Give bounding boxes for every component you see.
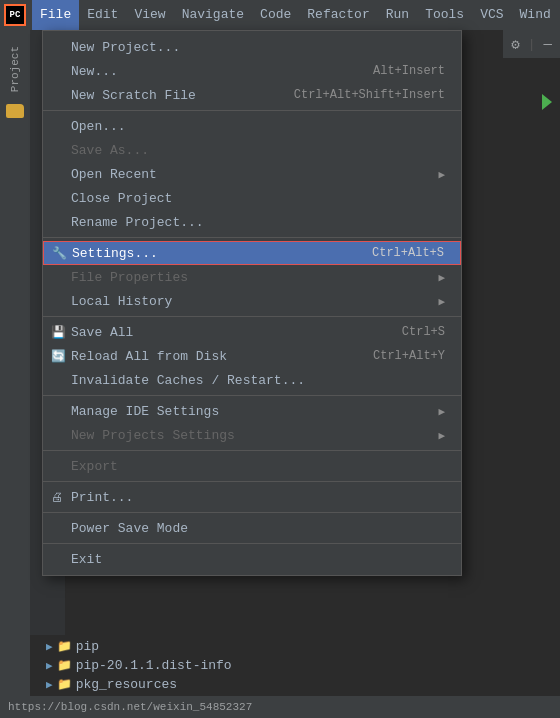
settings-shortcut: Ctrl+Alt+S [372, 246, 444, 260]
invalidate-caches-label: Invalidate Caches / Restart... [71, 373, 305, 388]
menu-item-new[interactable]: New... Alt+Insert [43, 59, 461, 83]
menu-window[interactable]: Wind [512, 0, 559, 30]
new-projects-settings-label: New Projects Settings [71, 428, 235, 443]
folder-pkg-icon: 📁 [57, 677, 72, 692]
local-history-label: Local History [71, 294, 172, 309]
power-save-label: Power Save Mode [71, 521, 188, 536]
file-properties-arrow: ▶ [438, 271, 445, 284]
menu-item-reload-disk[interactable]: 🔄 Reload All from Disk Ctrl+Alt+Y [43, 344, 461, 368]
separator-1 [43, 110, 461, 111]
settings-icon[interactable]: ⚙ [511, 36, 519, 53]
toolbar-separator: | [528, 37, 536, 52]
close-project-label: Close Project [71, 191, 172, 206]
export-label: Export [71, 459, 118, 474]
new-projects-settings-arrow: ▶ [438, 429, 445, 442]
menu-item-local-history[interactable]: Local History ▶ [43, 289, 461, 313]
separator-6 [43, 481, 461, 482]
menu-item-file-properties: File Properties ▶ [43, 265, 461, 289]
new-label: New... [71, 64, 118, 79]
menu-item-new-projects-settings: New Projects Settings ▶ [43, 423, 461, 447]
separator-3 [43, 316, 461, 317]
save-all-icon: 💾 [51, 325, 66, 340]
print-icon: 🖨 [51, 490, 63, 505]
folder-icon [6, 104, 24, 118]
menu-tools[interactable]: Tools [417, 0, 472, 30]
local-history-arrow: ▶ [438, 295, 445, 308]
save-all-shortcut: Ctrl+S [402, 325, 445, 339]
project-panel-tab[interactable]: Project [5, 38, 25, 100]
settings-label: Settings... [72, 246, 158, 261]
minimize-icon[interactable]: — [544, 36, 552, 52]
menu-navigate[interactable]: Navigate [174, 0, 252, 30]
new-scratch-label: New Scratch File [71, 88, 196, 103]
reload-disk-label: Reload All from Disk [71, 349, 227, 364]
file-dropdown-menu: New Project... New... Alt+Insert New Scr… [42, 30, 462, 576]
manage-ide-label: Manage IDE Settings [71, 404, 219, 419]
new-project-label: New Project... [71, 40, 180, 55]
expand-pkg-icon: ▶ [46, 678, 53, 691]
menu-item-exit[interactable]: Exit [43, 547, 461, 571]
expand-pip-icon: ▶ [46, 640, 53, 653]
menu-item-open-recent[interactable]: Open Recent ▶ [43, 162, 461, 186]
manage-ide-arrow: ▶ [438, 405, 445, 418]
settings-menu-icon: 🔧 [52, 246, 67, 261]
file-tree-pip-dist[interactable]: ▶ 📁 pip-20.1.1.dist-info [46, 656, 552, 675]
new-scratch-shortcut: Ctrl+Alt+Shift+Insert [294, 88, 445, 102]
menu-run[interactable]: Run [378, 0, 417, 30]
separator-2 [43, 237, 461, 238]
pip-dist-label: pip-20.1.1.dist-info [76, 658, 232, 673]
menu-vcs[interactable]: VCS [472, 0, 511, 30]
toolbar: ⚙ | — [503, 30, 560, 58]
separator-7 [43, 512, 461, 513]
menu-item-new-scratch[interactable]: New Scratch File Ctrl+Alt+Shift+Insert [43, 83, 461, 107]
open-recent-label: Open Recent [71, 167, 157, 182]
reload-icon: 🔄 [51, 349, 66, 364]
open-label: Open... [71, 119, 126, 134]
pkg-label: pkg_resources [76, 677, 177, 692]
sidebar: Project [0, 30, 30, 718]
open-recent-arrow: ▶ [438, 168, 445, 181]
separator-8 [43, 543, 461, 544]
menu-bar: PC File Edit View Navigate Code Refactor… [0, 0, 560, 30]
run-marker [542, 94, 552, 110]
expand-pip-dist-icon: ▶ [46, 659, 53, 672]
rename-project-label: Rename Project... [71, 215, 204, 230]
menu-edit[interactable]: Edit [79, 0, 126, 30]
app-logo: PC [4, 4, 26, 26]
reload-disk-shortcut: Ctrl+Alt+Y [373, 349, 445, 363]
menu-item-close-project[interactable]: Close Project [43, 186, 461, 210]
file-tree-pkg[interactable]: ▶ 📁 pkg_resources [46, 675, 552, 694]
menu-item-save-all[interactable]: 💾 Save All Ctrl+S [43, 320, 461, 344]
menu-item-manage-ide[interactable]: Manage IDE Settings ▶ [43, 399, 461, 423]
folder-pip-dist-icon: 📁 [57, 658, 72, 673]
file-tree-pip[interactable]: ▶ 📁 pip [46, 637, 552, 656]
menu-item-invalidate-caches[interactable]: Invalidate Caches / Restart... [43, 368, 461, 392]
separator-5 [43, 450, 461, 451]
menu-item-power-save[interactable]: Power Save Mode [43, 516, 461, 540]
menu-refactor[interactable]: Refactor [299, 0, 377, 30]
menu-view[interactable]: View [126, 0, 173, 30]
separator-4 [43, 395, 461, 396]
new-shortcut: Alt+Insert [373, 64, 445, 78]
menu-item-save-as: Save As... [43, 138, 461, 162]
pip-label: pip [76, 639, 99, 654]
menu-item-export: Export [43, 454, 461, 478]
exit-label: Exit [71, 552, 102, 567]
menu-item-open[interactable]: Open... [43, 114, 461, 138]
menu-item-new-project[interactable]: New Project... [43, 35, 461, 59]
menu-item-rename-project[interactable]: Rename Project... [43, 210, 461, 234]
folder-pip-icon: 📁 [57, 639, 72, 654]
menu-item-print[interactable]: 🖨 Print... [43, 485, 461, 509]
menu-file[interactable]: File [32, 0, 79, 30]
menu-item-settings[interactable]: 🔧 Settings... Ctrl+Alt+S [43, 241, 461, 265]
menu-code[interactable]: Code [252, 0, 299, 30]
file-tree: ▶ 📁 pip ▶ 📁 pip-20.1.1.dist-info ▶ 📁 pkg… [30, 635, 560, 696]
status-bar: https://blog.csdn.net/weixin_54852327 [0, 696, 560, 718]
file-properties-label: File Properties [71, 270, 188, 285]
save-all-label: Save All [71, 325, 133, 340]
print-label: Print... [71, 490, 133, 505]
status-url: https://blog.csdn.net/weixin_54852327 [8, 701, 252, 713]
save-as-label: Save As... [71, 143, 149, 158]
